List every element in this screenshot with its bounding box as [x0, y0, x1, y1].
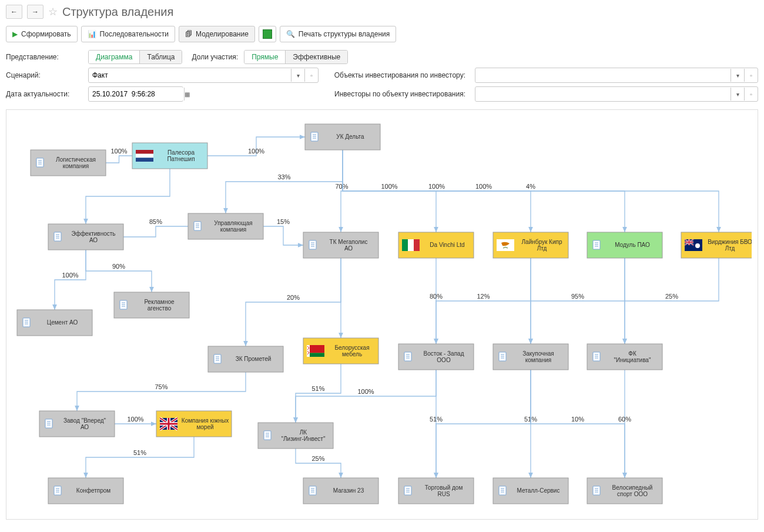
view-segment[interactable]: Диаграмма Таблица: [88, 50, 182, 64]
svg-text:Логистическая: Логистическая: [56, 156, 96, 163]
svg-text:95%: 95%: [571, 293, 584, 300]
favorite-icon[interactable]: ☆: [48, 5, 58, 18]
flag-by-icon: [307, 345, 324, 357]
svg-text:Конфетпром: Конфетпром: [76, 487, 110, 494]
svg-text:Лтд: Лтд: [537, 245, 547, 252]
share-opt-eff[interactable]: Эффективные: [286, 51, 347, 63]
node-ks[interactable]: Компания южныхморей: [156, 411, 232, 437]
svg-text:Торговый дом: Торговый дом: [425, 484, 463, 491]
node-vel[interactable]: Велосипедныйспорт ООО: [587, 478, 662, 504]
dropdown-icon[interactable]: ▾: [291, 69, 304, 82]
node-zak[interactable]: Закупочнаякомпания: [493, 344, 568, 370]
svg-text:ЛК: ЛК: [300, 429, 307, 436]
dropdown-icon[interactable]: ▾: [731, 69, 744, 82]
back-button[interactable]: ←: [6, 5, 22, 19]
node-tk[interactable]: ТК МегаполисАО: [303, 232, 378, 258]
form-button[interactable]: ▶ Сформировать: [6, 26, 78, 42]
svg-text:70%: 70%: [335, 183, 348, 190]
seq-label: Последовательности: [100, 30, 169, 38]
view-opt-table[interactable]: Таблица: [140, 51, 182, 63]
svg-text:ЗК Прометей: ЗК Прометей: [236, 356, 272, 362]
calendar-icon[interactable]: ▦: [184, 88, 190, 101]
inv-obj-input[interactable]: [475, 69, 731, 82]
node-zk[interactable]: ЗК Прометей: [208, 346, 283, 372]
node-eff[interactable]: ЭффективностьАО: [48, 224, 123, 250]
node-pal[interactable]: ПалесораПатнешип: [132, 143, 207, 169]
share-opt-direct[interactable]: Прямые: [244, 51, 286, 63]
svg-text:100%: 100%: [248, 148, 264, 155]
svg-text:4%: 4%: [526, 183, 535, 190]
node-bvi[interactable]: Вирджиния БВОЛтд: [681, 232, 752, 258]
model-button[interactable]: 🗐 Моделирование: [179, 26, 255, 42]
svg-text:АО: АО: [344, 245, 353, 252]
node-uk[interactable]: УК Дельта: [305, 124, 380, 150]
open-icon[interactable]: ▫: [744, 88, 758, 101]
node-td[interactable]: Торговый домRUS: [398, 478, 474, 504]
date-input[interactable]: [89, 88, 184, 101]
document-icon: [404, 352, 411, 361]
svg-text:УК Дельта: УК Дельта: [336, 133, 364, 140]
node-vz[interactable]: Восток - ЗападООО: [398, 344, 474, 370]
svg-text:Палесора: Палесора: [167, 149, 195, 156]
node-zav[interactable]: Завод "Вперед"АО: [39, 411, 115, 437]
seq-button[interactable]: 📊 Последовательности: [81, 26, 175, 42]
document-icon: [309, 240, 316, 249]
svg-text:"Лизинг-Инвест": "Лизинг-Инвест": [282, 436, 326, 442]
svg-text:агенство: агенство: [148, 305, 172, 312]
print-button[interactable]: 🔍 Печать структуры владения: [280, 26, 396, 42]
svg-text:Лайнбрук Кипр: Лайнбрук Кипр: [522, 239, 562, 245]
node-mod[interactable]: Модуль ПАО: [587, 232, 662, 258]
node-liz[interactable]: ЛК"Лизинг-Инвест": [258, 423, 333, 449]
dropdown-icon[interactable]: ▾: [731, 88, 744, 101]
document-icon: [36, 158, 43, 167]
svg-text:Вирджиния БВО: Вирджиния БВО: [708, 239, 752, 245]
node-met[interactable]: Металл-Сервис: [493, 478, 568, 504]
node-cem[interactable]: Цемент АО: [17, 310, 92, 336]
scenario-input[interactable]: [89, 69, 291, 82]
svg-text:Da Vinchi Ltd: Da Vinchi Ltd: [430, 242, 464, 248]
diagram-canvas[interactable]: 100%100%33%70%100%100%100%4%85%15%100%90…: [6, 109, 758, 520]
play-icon: ▶: [12, 30, 18, 38]
chart-icon: 📊: [88, 30, 96, 38]
inv-obj-input-wrap[interactable]: ▾ ▫: [475, 68, 758, 83]
svg-text:мебель: мебель: [342, 351, 362, 357]
node-fk[interactable]: ФК"Инициатива": [587, 344, 662, 370]
model-label: Моделирование: [196, 30, 249, 38]
date-input-wrap[interactable]: ▦: [88, 86, 183, 102]
svg-text:100%: 100%: [62, 272, 78, 279]
share-segment[interactable]: Прямые Эффективные: [244, 50, 348, 64]
svg-text:15%: 15%: [277, 218, 290, 225]
node-dv[interactable]: Da Vinchi Ltd: [398, 232, 474, 258]
node-konf[interactable]: Конфетпром: [48, 478, 123, 504]
svg-text:морей: морей: [196, 424, 213, 430]
node-lk[interactable]: Лайнбрук КипрЛтд: [493, 232, 568, 258]
svg-text:компания: компания: [525, 357, 551, 363]
flag-bvi-icon: [685, 239, 702, 251]
svg-text:90%: 90%: [112, 263, 125, 270]
svg-text:Металл-Сервис: Металл-Сервис: [517, 487, 560, 494]
svg-rect-36: [136, 158, 153, 162]
node-log[interactable]: Логистическаякомпания: [31, 150, 106, 176]
svg-text:60%: 60%: [618, 416, 631, 423]
document-icon: [120, 300, 127, 309]
node-adv[interactable]: Рекламноеагенство: [114, 292, 189, 318]
forward-button[interactable]: →: [27, 5, 43, 19]
refresh-button[interactable]: [259, 26, 276, 42]
open-icon[interactable]: ▫: [304, 69, 318, 82]
view-opt-diagram[interactable]: Диаграмма: [89, 51, 140, 63]
svg-text:100%: 100%: [381, 183, 397, 190]
document-icon: [311, 132, 318, 141]
flag-uk-icon: [160, 418, 177, 430]
node-mgmt[interactable]: Управляющаякомпания: [188, 213, 263, 239]
document-icon: [264, 431, 271, 440]
scenario-input-wrap[interactable]: ▾ ▫: [88, 68, 319, 83]
node-bel[interactable]: Белорусскаямебель: [303, 338, 378, 364]
svg-text:Магазин 23: Магазин 23: [333, 487, 364, 494]
open-icon[interactable]: ▫: [744, 69, 758, 82]
inv-by-input-wrap[interactable]: ▾ ▫: [475, 86, 758, 102]
print-icon: 🔍: [286, 30, 295, 38]
svg-text:100%: 100%: [127, 416, 143, 423]
svg-text:51%: 51%: [311, 385, 324, 392]
inv-by-input[interactable]: [475, 88, 731, 101]
node-m23[interactable]: Магазин 23: [303, 478, 378, 504]
